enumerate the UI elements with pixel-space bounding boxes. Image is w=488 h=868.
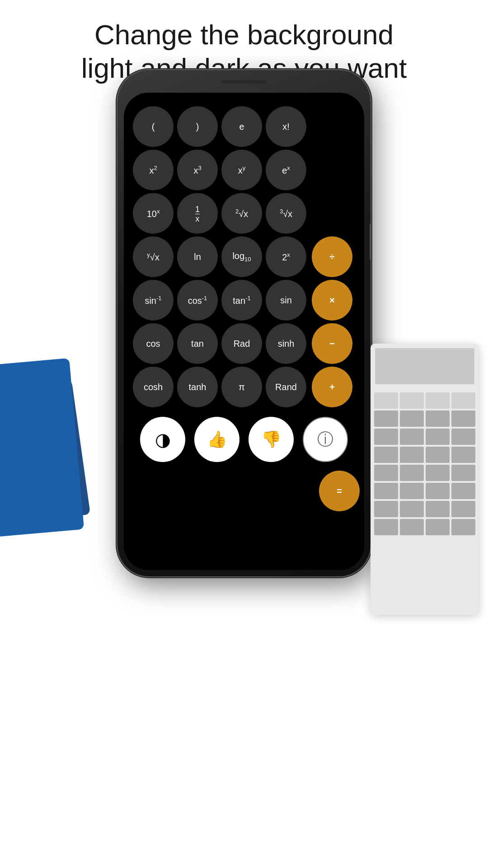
btn-tanh[interactable]: tanh (177, 367, 218, 407)
btn-e[interactable]: e (221, 106, 262, 147)
btn-ln[interactable]: ln (177, 236, 218, 277)
btn-sinh[interactable]: sinh (266, 323, 306, 364)
info-icon: ⓘ (317, 429, 333, 451)
header-line1: Change the background (94, 19, 394, 50)
btn-minus[interactable]: − (312, 323, 352, 364)
thumbs-down-icon: 👎 (261, 430, 282, 449)
btn-acos[interactable]: cos-1 (177, 280, 218, 321)
btn-sqrt-y[interactable]: y√x (133, 236, 174, 277)
calculator-content: ( ) e x! x2 (124, 93, 364, 570)
btn-x-y[interactable]: xy (221, 150, 262, 190)
thumbs-up-icon: 👍 (207, 430, 227, 449)
btn-x-cubed[interactable]: x3 (177, 150, 218, 190)
btn-multiply[interactable]: × (312, 280, 352, 321)
btn-sqrt2[interactable]: 2√x (221, 193, 262, 234)
calc-row-3: 10x 1 x 2√x (128, 193, 360, 234)
btn-divide[interactable]: ÷ (312, 236, 352, 277)
btn-asin[interactable]: sin-1 (133, 280, 174, 321)
side-button (370, 224, 371, 260)
phone-screen: ( ) e x! x2 (124, 93, 364, 570)
btn-equals[interactable]: = (319, 471, 360, 511)
btn-e-x[interactable]: ex (266, 150, 306, 190)
phone-device: ( ) e x! x2 (117, 70, 371, 576)
thumbs-down-button[interactable]: 👎 (249, 417, 294, 462)
theme-toggle-button[interactable]: ◑ (140, 417, 185, 462)
btn-cos[interactable]: cos (133, 323, 174, 364)
info-button[interactable]: ⓘ (303, 417, 348, 462)
btn-x-squared[interactable]: x2 (133, 150, 174, 190)
thumbs-up-button[interactable]: 👍 (194, 417, 239, 462)
btn-plus[interactable]: + (312, 367, 352, 407)
btn-rad[interactable]: Rad (221, 323, 262, 364)
calc-row-1: ( ) e x! (128, 106, 360, 147)
calc-row-7: cosh tanh π Rand + (128, 367, 360, 407)
light-calc-screen (375, 348, 474, 384)
btn-rand[interactable]: Rand (266, 367, 306, 407)
btn-pi[interactable]: π (221, 367, 262, 407)
light-calc-keys (371, 389, 479, 539)
btn-inverse[interactable]: 1 x (177, 193, 218, 234)
btn-log10[interactable]: log10 (221, 236, 262, 277)
calc-row-2: x2 x3 xy ex (128, 150, 360, 190)
btn-cosh[interactable]: cosh (133, 367, 174, 407)
phone-body: ( ) e x! x2 (117, 70, 371, 576)
btn-open-paren[interactable]: ( (133, 106, 174, 147)
theme-icon: ◑ (155, 429, 171, 450)
calc-row-6: cos tan Rad sinh − (128, 323, 360, 364)
decorative-card-front (0, 358, 84, 537)
btn-sqrt3[interactable]: 3√x (266, 193, 306, 234)
phone-speaker (221, 80, 267, 84)
btn-atan[interactable]: tan-1 (221, 280, 262, 321)
action-buttons-row: ◑ 👍 👎 ⓘ (128, 412, 360, 467)
btn-factorial[interactable]: x! (266, 106, 306, 147)
btn-sin[interactable]: sin (266, 280, 306, 321)
btn-tan[interactable]: tan (177, 323, 218, 364)
btn-10-x[interactable]: 10x (133, 193, 174, 234)
calc-row-5: sin-1 cos-1 tan-1 sin × (128, 280, 360, 321)
btn-2x[interactable]: 2x (266, 236, 306, 277)
decorative-light-calculator (371, 344, 479, 615)
calc-row-4: y√x ln log10 2x ÷ (128, 236, 360, 277)
btn-close-paren[interactable]: ) (177, 106, 218, 147)
